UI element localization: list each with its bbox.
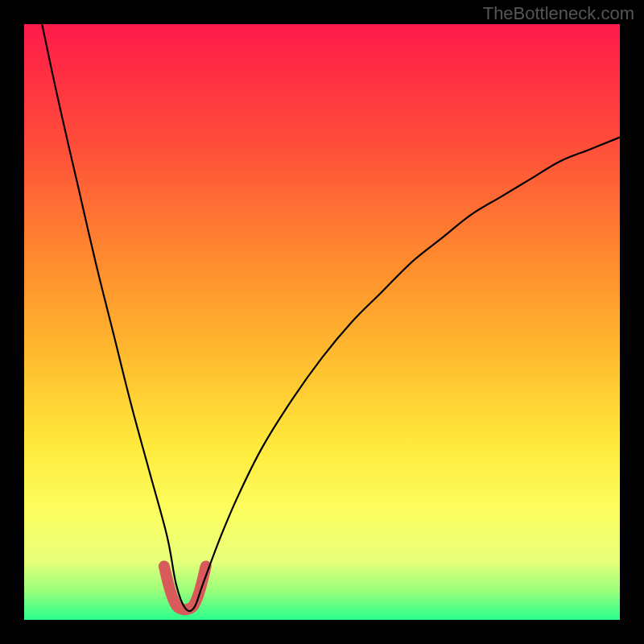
plot-area [24,24,620,620]
minimum-highlight-path [164,566,206,609]
curve-layer [24,24,620,620]
watermark-text: TheBottleneck.com [483,3,634,24]
chart-root: TheBottleneck.com [0,0,644,644]
bottleneck-curve-path [24,24,620,611]
